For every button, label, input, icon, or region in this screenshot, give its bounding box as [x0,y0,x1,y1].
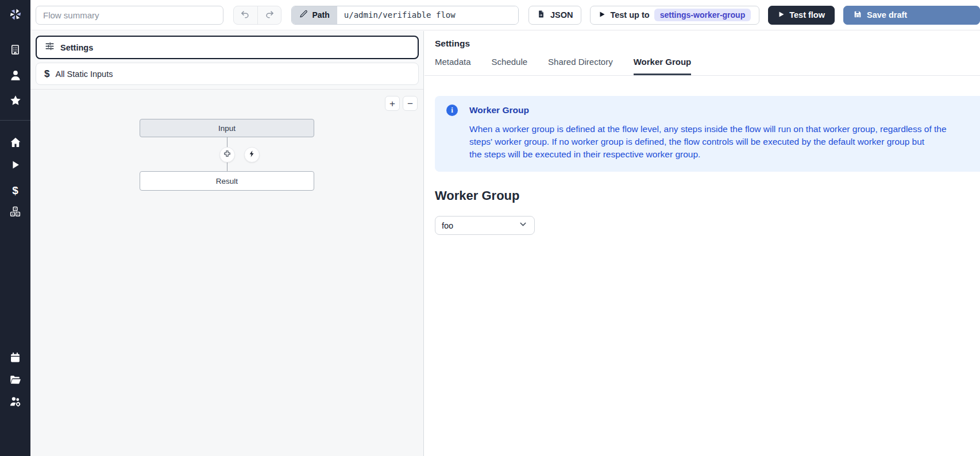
sidebar-divider [0,120,30,121]
zoom-out-button[interactable]: − [403,96,418,111]
static-inputs-label: All Static Inputs [55,69,113,79]
sidebar-item-groups[interactable] [0,395,30,409]
info-line: When a worker group is defined at the fl… [469,123,980,136]
worker-group-select-value: foo [442,221,453,230]
sidebar-item-runs[interactable] [0,159,30,172]
chevron-down-icon [518,219,528,231]
undo-icon [240,9,250,21]
tab-schedule[interactable]: Schedule [492,57,528,75]
boxes-icon [9,206,21,219]
redo-icon [264,9,275,21]
tab-shared-directory[interactable]: Shared Directory [548,57,613,75]
save-icon [853,10,862,21]
trigger-button[interactable] [244,147,260,163]
flow-graph-panel: Settings $ All Static Inputs + − Input [30,31,424,456]
path-label: Path [312,10,329,20]
info-box-body: When a worker group is defined at the fl… [469,123,980,161]
info-box-header: i Worker Group [446,105,980,116]
calendar-icon [9,351,21,365]
sliders-icon [45,41,55,53]
sidebar-item-folders[interactable] [0,373,30,387]
worker-group-select[interactable]: foo [435,216,535,235]
input-node-label: Input [218,124,236,133]
path-input[interactable] [337,6,518,24]
file-json-icon [537,10,546,20]
json-label: JSON [550,10,573,20]
windmill-flow-editor: $ [0,0,980,456]
play-icon [10,159,21,172]
save-draft-button[interactable]: Save draft [843,6,980,25]
worker-group-info-box: i Worker Group When a worker group is de… [435,96,980,172]
path-control: Path [291,6,518,25]
sidebar-item-home[interactable] [0,136,30,150]
redo-button[interactable] [257,6,281,24]
sidebar-item-favorites[interactable] [0,94,30,108]
edit-path-button[interactable]: Path [292,6,337,24]
lightning-bolt-icon [248,150,256,160]
static-inputs-button[interactable]: $ All Static Inputs [36,63,419,85]
info-box-title: Worker Group [469,105,529,115]
info-line: steps' worker group. If no worker group … [469,136,980,148]
sidebar-item-resources[interactable] [0,206,30,219]
play-icon [778,10,785,20]
user-icon [9,69,22,83]
test-up-to-target-pill[interactable]: settings-worker-group [654,9,751,21]
zoom-controls: + − [385,96,418,111]
test-flow-button[interactable]: Test flow [768,6,835,25]
test-flow-label: Test flow [789,10,825,20]
dollar-icon: $ [44,69,49,79]
test-up-to-button[interactable]: Test up to settings-worker-group [590,6,759,25]
topbar: Path JSON Test up to [30,0,980,30]
info-icon: i [446,105,458,116]
settings-tabs: Metadata Schedule Shared Directory Worke… [425,49,980,76]
tab-metadata[interactable]: Metadata [435,57,471,75]
plus-icon [223,149,232,160]
sidebar: $ [0,0,30,456]
topbar-actions: JSON Test up to settings-worker-group Te… [528,6,980,25]
info-line: the steps will be executed in their resp… [469,148,980,161]
dollar-icon: $ [12,185,18,196]
add-step-button[interactable] [219,147,235,163]
users-gear-icon [9,395,22,409]
windmill-logo-icon[interactable] [0,7,30,22]
settings-panel: Settings Metadata Schedule Shared Direct… [425,31,980,456]
flow-canvas[interactable]: + − Input [30,90,423,456]
settings-panel-title: Settings [435,38,980,49]
sidebar-item-variables[interactable]: $ [0,183,30,197]
undo-redo-group [233,6,282,25]
flow-toolbar: Settings $ All Static Inputs [30,31,423,90]
building-icon [9,44,21,57]
result-node-label: Result [216,177,238,186]
settings-module-button[interactable]: Settings [36,36,419,59]
sidebar-item-schedules[interactable] [0,351,30,365]
save-draft-label: Save draft [867,10,907,20]
result-node[interactable]: Result [140,171,314,191]
undo-button[interactable] [234,6,257,24]
worker-group-section-title: Worker Group [435,188,980,203]
play-icon [599,10,605,20]
folder-open-icon [9,373,22,388]
sidebar-item-user[interactable] [0,69,30,83]
settings-module-label: Settings [60,43,93,52]
zoom-in-button[interactable]: + [385,96,400,111]
json-button[interactable]: JSON [528,6,582,25]
tab-worker-group[interactable]: Worker Group [634,57,692,75]
test-up-to-label: Test up to [610,10,649,20]
input-node[interactable]: Input [140,119,314,137]
pencil-icon [299,10,308,20]
star-icon [9,94,22,109]
home-icon [9,136,22,150]
sidebar-item-workspace[interactable] [0,44,30,57]
flow-summary-input[interactable] [36,6,223,25]
